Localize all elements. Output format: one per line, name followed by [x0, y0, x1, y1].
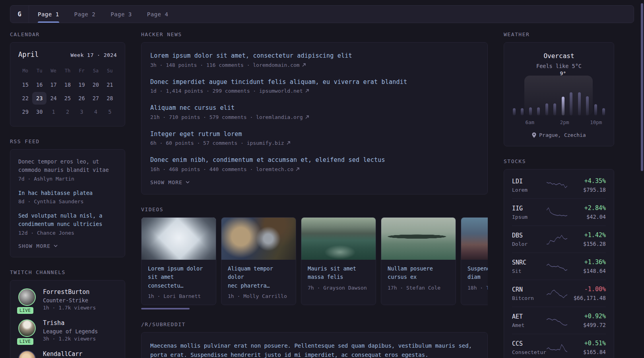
- calendar-day: 29: [18, 105, 32, 118]
- channel-game[interactable]: League of Legends: [43, 328, 98, 335]
- weather-location[interactable]: Prague, Czechia: [539, 132, 586, 138]
- hn-item: Integer eget rutrum lorem 6h · 60 points…: [150, 130, 479, 146]
- video-thumbnail: [461, 218, 488, 260]
- tab-page-1[interactable]: Page 1: [38, 6, 59, 23]
- stock-name: Sit: [512, 268, 546, 274]
- twitch-channel-row[interactable]: LIVE ForrestBurton Counter-Strike 1h · 1…: [18, 288, 117, 311]
- stock-symbol: LDI: [512, 178, 546, 185]
- channel-name[interactable]: Trisha: [43, 319, 98, 327]
- stock-row[interactable]: CCSConsectetur+0.51%$165.84: [512, 334, 606, 358]
- rss-show-more-button[interactable]: SHOW MORE: [18, 243, 117, 249]
- hn-item-title[interactable]: Donec imperdiet augue tincidunt felis al…: [150, 78, 479, 87]
- stock-row[interactable]: LDILorem+4.35%$795.18: [512, 172, 606, 198]
- stock-change: -1.00%: [568, 286, 606, 293]
- stock-row[interactable]: SNRCSit+1.36%$148.64: [512, 253, 606, 280]
- weather-chart: 9°: [512, 78, 606, 115]
- tab-page-2[interactable]: Page 2: [74, 6, 96, 23]
- reddit-post-title[interactable]: Maecenas mollis pulvinar erat non posuer…: [150, 341, 479, 358]
- hn-item-title[interactable]: Aliquam nec cursus elit: [150, 103, 479, 113]
- hn-item-title[interactable]: Lorem ipsum dolor sit amet, consectetur …: [150, 51, 479, 60]
- hackernews-section-title: HACKER NEWS: [141, 31, 488, 37]
- rss-item-title[interactable]: Donec tempor eros leo, ut commodo mauris…: [18, 158, 117, 175]
- video-meta: 18h · Tara: [467, 285, 488, 291]
- rss-item: Donec tempor eros leo, ut commodo mauris…: [18, 158, 117, 182]
- channel-meta: 1h · 1.7k viewers: [43, 305, 96, 311]
- reddit-post: Maecenas mollis pulvinar erat non posuer…: [150, 341, 479, 358]
- calendar-day: 1: [47, 105, 60, 118]
- weather-widget: WEATHER Overcast Feels like 5°C 9° 6am2p…: [504, 31, 614, 146]
- weather-bar: [529, 78, 532, 115]
- video-title[interactable]: Aliquam tempor dolor nec pharetra…: [228, 265, 289, 290]
- stock-change: +1.42%: [568, 232, 606, 239]
- rss-item-title[interactable]: Sed volutpat nulla nisl, a condimentum n…: [18, 212, 117, 229]
- stock-change: +0.92%: [568, 313, 606, 320]
- rss-item: In hac habitasse platea 8d · Cynthia Sau…: [18, 189, 117, 204]
- video-meta: 17h · Stefan Cole: [388, 285, 449, 291]
- stock-sparkline: [546, 233, 568, 246]
- weather-section-title: WEATHER: [504, 31, 614, 37]
- hn-item-meta: 1d · 1,414 points · 299 comments · ipsum…: [150, 88, 303, 94]
- weather-time-label: 6am: [526, 119, 535, 125]
- weather-feels-like: Feels like 5°C: [512, 63, 606, 69]
- stock-name: Bitcorn: [512, 295, 546, 301]
- page-scrollbar[interactable]: [641, 3, 643, 171]
- video-title[interactable]: Mauris sit amet massa felis: [308, 265, 369, 282]
- video-card[interactable]: Lorem ipsum dolor sit amet consectetu… 1…: [141, 217, 216, 305]
- video-card[interactable]: Aliquam tempor dolor nec pharetra… 1h · …: [221, 217, 296, 305]
- weather-bar: [513, 78, 516, 115]
- calendar-day: 30: [32, 105, 46, 118]
- avatar: [18, 288, 36, 306]
- app-logo[interactable]: G: [10, 6, 29, 23]
- twitch-channel-row[interactable]: KendallCarr: [18, 350, 117, 358]
- videos-scrollbar-track: [141, 308, 488, 309]
- video-thumbnail: [221, 218, 296, 260]
- video-title[interactable]: Suspendis diam: [467, 265, 488, 282]
- calendar-grid: MoTuWeThFrSaSu15161718192021222324252627…: [18, 66, 117, 118]
- stock-change: +2.84%: [568, 204, 606, 212]
- calendar-day: 16: [32, 78, 46, 91]
- tab-page-4[interactable]: Page 4: [147, 6, 169, 23]
- stock-row[interactable]: AETAmet+0.92%$499.72: [512, 307, 606, 334]
- video-card[interactable]: Mauris sit amet massa felis 7h · Grayson…: [301, 217, 376, 305]
- video-title[interactable]: Nullam posuere cursus ex: [388, 265, 449, 282]
- video-card[interactable]: Nullam posuere cursus ex 17h · Stefan Co…: [381, 217, 456, 305]
- weather-bar: 9°: [562, 78, 564, 115]
- rss-widget: RSS FEED Donec tempor eros leo, ut commo…: [10, 138, 125, 257]
- stock-row[interactable]: CRNBitcorn-1.00%$66,171.48: [512, 280, 606, 307]
- avatar: [18, 319, 36, 337]
- rss-item-title[interactable]: In hac habitasse platea: [18, 189, 117, 197]
- calendar-widget: CALENDAR April Week 17 · 2024 MoTuWeThFr…: [10, 31, 125, 126]
- stock-row[interactable]: DBSDolor+1.42%$156.28: [512, 226, 606, 253]
- live-badge: LIVE: [17, 307, 33, 314]
- hn-item-title[interactable]: Integer eget rutrum lorem: [150, 130, 479, 139]
- twitch-channel-row[interactable]: LIVE Trisha League of Legends 3h · 1.2k …: [18, 319, 117, 342]
- stock-symbol: IIG: [512, 205, 546, 212]
- calendar-week-year: Week 17 · 2024: [70, 52, 117, 58]
- twitch-widget: TWITCH CHANNELS LIVE ForrestBurton Count…: [10, 269, 125, 358]
- video-title[interactable]: Lorem ipsum dolor sit amet consectetu…: [148, 265, 209, 290]
- calendar-day: 18: [60, 78, 74, 91]
- stock-name: Ipsum: [512, 214, 546, 220]
- calendar-day: 17: [47, 78, 60, 91]
- channel-name[interactable]: KendallCarr: [43, 350, 82, 358]
- chevron-down-icon: [54, 244, 58, 248]
- hn-show-more-button[interactable]: SHOW MORE: [150, 179, 479, 185]
- external-link-icon: [295, 167, 300, 171]
- video-card[interactable]: Suspendis diam 18h · Tara: [461, 217, 488, 305]
- stock-sparkline: [546, 206, 568, 219]
- calendar-weekday: Fr: [75, 66, 89, 78]
- weather-bar: [586, 78, 589, 115]
- top-navigation: G Page 1 Page 2 Page 3 Page 4: [10, 5, 634, 23]
- videos-scrollbar-thumb[interactable]: [141, 308, 190, 309]
- calendar-day: 3: [75, 105, 89, 118]
- stock-name: Dolor: [512, 241, 546, 247]
- tab-page-3[interactable]: Page 3: [111, 6, 132, 23]
- subreddit-section-title: /R/SUBREDDIT: [141, 321, 488, 327]
- weather-bar: [602, 78, 605, 115]
- stock-row[interactable]: IIGIpsum+2.84%$42.04: [512, 198, 606, 226]
- calendar-day: 27: [89, 92, 103, 105]
- hn-item-title[interactable]: Donec enim nibh, condimentum et accumsan…: [150, 156, 479, 165]
- chevron-down-icon: [186, 180, 190, 184]
- channel-name[interactable]: ForrestBurton: [43, 288, 96, 296]
- channel-game[interactable]: Counter-Strike: [43, 297, 96, 304]
